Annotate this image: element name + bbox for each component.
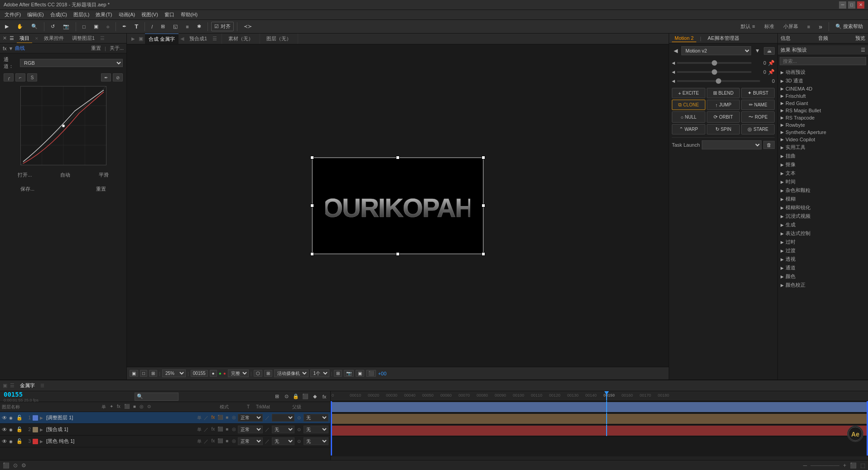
category-channel[interactable]: ▶ 通道	[778, 264, 868, 272]
channel-select[interactable]: RGB 红 绿 蓝 Alpha	[20, 59, 123, 67]
category-expression[interactable]: ▶ 表达式控制	[778, 229, 868, 238]
slider2-pin[interactable]: 📌	[768, 69, 775, 75]
handle-bl[interactable]	[310, 252, 314, 256]
category-color1[interactable]: ▶ 颜色	[778, 272, 868, 281]
comp-nav-left[interactable]: ▶	[130, 36, 137, 41]
slider3-thumb[interactable]	[716, 78, 721, 84]
motion2-tab[interactable]: Motion 2	[672, 34, 696, 42]
slider3-left[interactable]: ◀	[672, 79, 675, 83]
category-text[interactable]: ▶ 文本	[778, 169, 868, 177]
handle-bc[interactable]	[396, 252, 400, 256]
tl-add-keyframe[interactable]: ⬛	[3, 462, 10, 469]
category-distort[interactable]: ▶ 扭曲	[778, 152, 868, 160]
curve-smooth-btn[interactable]: 平滑	[96, 171, 111, 179]
record-btn[interactable]: ●	[210, 370, 217, 377]
tab-adjustment[interactable]: 调整图层1	[69, 34, 97, 43]
slider1-pin[interactable]: 📌	[768, 60, 775, 66]
motion-expand-btn[interactable]: ▼	[753, 47, 762, 55]
layer3-name[interactable]: [黑色 纯色 1]	[46, 438, 195, 445]
expand-curves[interactable]: ▼	[9, 46, 14, 51]
tab-comp-gold[interactable]: 合成 金属字	[145, 34, 178, 44]
menu-file[interactable]: 文件(F)	[2, 10, 24, 19]
tool-cam[interactable]: 📷	[60, 22, 72, 31]
category-color2[interactable]: ▶ 颜色校正	[778, 281, 868, 289]
layer3-mode[interactable]: 正常	[238, 437, 263, 445]
restore-button[interactable]: □	[848, 1, 855, 9]
layer3-trkmat[interactable]: 无	[272, 437, 294, 445]
align-toggle[interactable]: ☑ 对齐	[211, 22, 234, 31]
layer1-mode[interactable]: 正常	[238, 414, 263, 422]
curve-save-btn[interactable]: 保存...	[18, 185, 37, 193]
tl-tab-comp[interactable]: 金属字	[17, 381, 38, 390]
tool-select[interactable]: ▶	[2, 22, 12, 31]
tl-fit-all[interactable]: ⬛	[850, 462, 857, 469]
slider1-track[interactable]	[677, 62, 752, 64]
effects-search-input[interactable]	[780, 57, 866, 65]
zoom-select[interactable]: 25% 50% 100%	[162, 369, 186, 377]
burst-btn[interactable]: ✦ BURST	[741, 88, 775, 98]
preview-timecode-btn[interactable]: 00155	[191, 370, 208, 377]
tl-lock[interactable]: 🔒	[292, 393, 300, 400]
category-utility[interactable]: ▶ 实用工具	[778, 143, 868, 152]
search-button[interactable]: 🔍 搜索帮助	[832, 22, 866, 31]
tab-project[interactable]: 项目	[17, 34, 32, 43]
curve-mode-smooth[interactable]: ╭	[4, 73, 14, 82]
category-blur1[interactable]: ▶ 模糊	[778, 195, 868, 203]
tl-fit-selection[interactable]: ⬚	[860, 462, 865, 469]
menu-effects[interactable]: 效果(T)	[93, 10, 115, 19]
handle-br[interactable]	[482, 252, 485, 256]
category-obsolete[interactable]: ▶ 过时	[778, 238, 868, 246]
motion-version-select[interactable]: Motion v2	[681, 46, 751, 55]
curves-canvas[interactable]	[20, 86, 106, 165]
view-btn[interactable]: ▣	[356, 370, 364, 377]
category-rowbyte[interactable]: ▶ Rowbyte	[778, 121, 868, 129]
category-animation[interactable]: ▶ 动画预设	[778, 68, 868, 77]
3d-grid-btn[interactable]: ⊞	[334, 370, 342, 377]
orbit-btn[interactable]: ⟳ ORBIT	[707, 111, 740, 123]
layer2-solo[interactable]: ◉	[9, 427, 15, 432]
tab-layer[interactable]: 图层（无）	[263, 34, 295, 44]
layer1-solo[interactable]: ◉	[9, 416, 15, 420]
handle-ml[interactable]	[310, 204, 314, 207]
layer3-parent[interactable]: 无	[304, 437, 328, 445]
tl-keyframe[interactable]: ◆	[311, 393, 319, 400]
category-synthetic[interactable]: ▶ Synthetic Aperture	[778, 129, 868, 136]
category-redgiant[interactable]: ▶ Red Giant	[778, 100, 868, 107]
category-videocopilot[interactable]: ▶ Video Copilot	[778, 136, 868, 143]
slider3-track[interactable]	[677, 80, 760, 82]
task-select[interactable]	[702, 140, 762, 149]
timecode-display[interactable]: 00155	[4, 391, 39, 398]
spin-btn[interactable]: ↻ SPIN	[707, 124, 740, 134]
warp-btn[interactable]: ⌃ WARP	[672, 124, 705, 134]
menu-window[interactable]: 窗口	[162, 10, 177, 19]
category-perspective[interactable]: ▶ 透视	[778, 255, 868, 264]
curve-eyedropper[interactable]: ⊘	[113, 73, 123, 82]
tool-eraser[interactable]: ◱	[170, 22, 181, 31]
tool-hand[interactable]: ✋	[14, 22, 26, 31]
handle-mr[interactable]	[482, 204, 485, 207]
tl-expressions[interactable]: fx	[320, 393, 328, 400]
curve-open-btn[interactable]: 打开...	[15, 171, 34, 179]
channels-select[interactable]: 1个	[310, 369, 329, 377]
category-generate[interactable]: ▶ 生成	[778, 221, 868, 229]
layer1-expand[interactable]: ▶	[40, 416, 45, 420]
tl-solo[interactable]: ⊙	[282, 393, 290, 400]
layer2-eye[interactable]: 👁	[2, 427, 8, 433]
slider2-thumb[interactable]	[712, 69, 717, 75]
tl-zoom-out[interactable]: ─	[803, 462, 807, 469]
layer1-trkmat[interactable]	[272, 414, 294, 422]
layer1-name[interactable]: [调整图层 1]	[46, 414, 195, 421]
motion-graph-btn[interactable]: ⛰	[764, 47, 775, 55]
curve-reset-btn[interactable]: 重置	[93, 185, 109, 193]
category-keying[interactable]: ▶ 抠像	[778, 160, 868, 169]
tl-header-icon1[interactable]: ▣	[3, 383, 7, 388]
menu-composition[interactable]: 合成(C)	[48, 10, 70, 19]
tool-rotation[interactable]: ↺	[48, 22, 58, 31]
rope-btn[interactable]: 〜 ROPE	[741, 111, 775, 123]
tool-pen[interactable]: ✒	[119, 22, 130, 31]
tab-effects-controls[interactable]: 效果控件	[41, 34, 67, 43]
category-transition[interactable]: ▶ 过渡	[778, 246, 868, 255]
category-noise[interactable]: ▶ 杂色和颗粒	[778, 186, 868, 195]
tool-text[interactable]: T	[131, 22, 141, 31]
blend-btn[interactable]: ⊞ BLEND	[707, 88, 740, 98]
